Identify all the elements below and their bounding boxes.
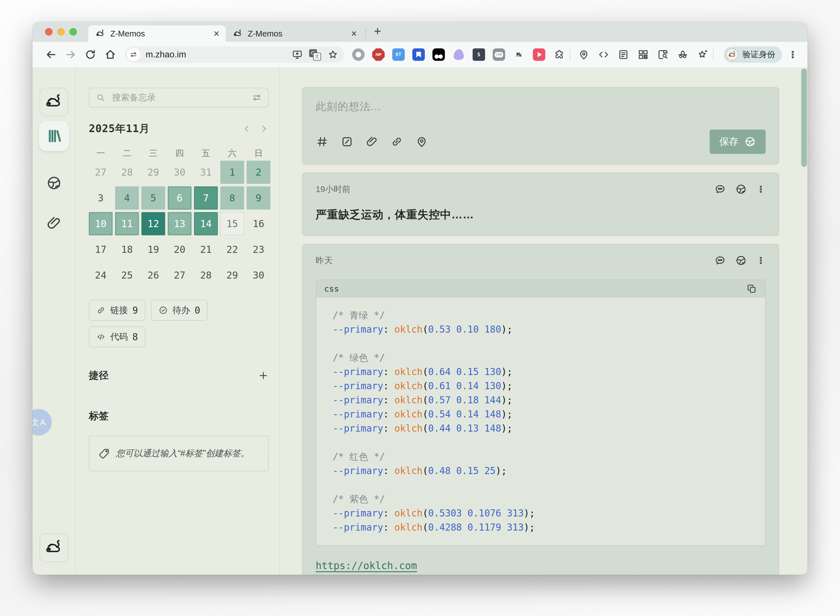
search-page-icon[interactable] — [657, 48, 669, 60]
video-extension-icon[interactable] — [533, 48, 545, 61]
calendar-day[interactable]: 30 — [168, 161, 192, 184]
comment-bubble-icon[interactable] — [714, 255, 726, 267]
install-app-icon[interactable] — [292, 49, 303, 60]
calendar-day[interactable]: 12 — [141, 212, 165, 235]
calendar-day[interactable]: 30 — [246, 264, 270, 287]
reload-icon[interactable] — [84, 48, 97, 61]
calendar-day[interactable]: 27 — [89, 161, 113, 184]
calendar-day[interactable]: 10 — [89, 212, 113, 235]
circle-extension-icon[interactable] — [352, 48, 365, 61]
ghost-extension-icon[interactable] — [453, 48, 465, 61]
calendar-day[interactable]: 23 — [246, 238, 270, 261]
incognito-icon[interactable] — [677, 48, 689, 60]
hash-tag-icon[interactable] — [316, 135, 328, 148]
calendar-day[interactable]: 18 — [115, 238, 139, 261]
calendar-day[interactable]: 28 — [194, 264, 218, 287]
calendar-day[interactable]: 22 — [220, 238, 244, 261]
bottom-mouse-button[interactable] — [40, 534, 69, 562]
profile-chip[interactable]: 验证身份 — [724, 46, 782, 63]
browser-menu-icon[interactable] — [788, 50, 798, 60]
bookmark-sparkle-icon[interactable] — [696, 48, 708, 60]
tab-z-memos-active[interactable]: Z-Memos × — [88, 25, 226, 42]
calendar-day[interactable]: 15 — [220, 212, 244, 235]
visibility-globe-icon[interactable] — [735, 183, 747, 195]
calendar-day[interactable]: 14 — [194, 212, 218, 235]
site-settings-icon[interactable] — [127, 48, 140, 61]
calendar-day[interactable]: 1 — [220, 161, 244, 184]
filter-icon[interactable] — [252, 92, 262, 103]
chevron-left-icon[interactable] — [242, 124, 252, 133]
calendar-day[interactable]: 11 — [115, 212, 139, 235]
library-nav-button[interactable] — [39, 121, 69, 151]
translate-icon[interactable]: G 文 — [309, 48, 321, 60]
code-stat-chip[interactable]: 代码 8 — [89, 326, 145, 347]
memo-link[interactable]: https://oklch.com — [316, 560, 417, 571]
kt-extension-icon[interactable]: KT — [392, 48, 405, 61]
back-icon[interactable] — [45, 48, 57, 61]
save-button[interactable]: 保存 — [710, 129, 765, 154]
zoom-window-button[interactable] — [69, 28, 77, 36]
calendar-day[interactable]: 17 — [89, 238, 113, 261]
calendar-day[interactable]: 9 — [246, 186, 270, 210]
scrollbar-thumb[interactable] — [801, 69, 807, 167]
bookmark-star-icon[interactable] — [327, 49, 339, 60]
reading-list-icon[interactable] — [617, 48, 629, 60]
calendar-day[interactable]: 25 — [115, 264, 139, 287]
calendar-day[interactable]: 4 — [115, 186, 139, 210]
calendar-day[interactable]: 27 — [168, 264, 192, 287]
new-tab-button[interactable]: + — [371, 25, 384, 37]
more-menu-icon[interactable] — [756, 183, 765, 195]
home-icon[interactable] — [104, 48, 117, 61]
forward-icon[interactable] — [65, 48, 77, 61]
calendar-day[interactable]: 7 — [194, 186, 218, 210]
explore-globe-button[interactable] — [46, 175, 62, 191]
more-menu-icon[interactable] — [756, 255, 765, 267]
puzzle-extensions-icon[interactable] — [553, 48, 565, 61]
location-icon[interactable] — [578, 48, 590, 60]
chevron-right-icon[interactable] — [259, 124, 269, 133]
calendar-day[interactable]: 29 — [220, 264, 244, 287]
attachments-nav-button[interactable] — [46, 215, 62, 231]
adblock-plus-icon[interactable]: ABP — [372, 48, 385, 61]
calendar-day[interactable]: 21 — [194, 238, 218, 261]
qr-code-icon[interactable] — [637, 48, 649, 60]
password-lock-extension-icon[interactable] — [412, 48, 425, 61]
markdown-download-extension-icon[interactable]: M↓ — [513, 48, 525, 61]
devtools-code-icon[interactable] — [598, 48, 610, 60]
location-pin-icon[interactable] — [415, 135, 428, 148]
comment-bubble-icon[interactable] — [714, 183, 726, 195]
calendar-day[interactable]: 19 — [141, 238, 165, 261]
search-input[interactable] — [111, 92, 252, 103]
line-extension-icon[interactable]: LINE — [493, 48, 505, 61]
calendar-day[interactable]: 6 — [168, 186, 192, 210]
calendar-day[interactable]: 20 — [168, 238, 192, 261]
copy-icon[interactable] — [746, 283, 757, 294]
calendar-day[interactable]: 8 — [220, 186, 244, 210]
s-extension-icon[interactable]: S — [473, 48, 485, 61]
app-logo-mouse-button[interactable] — [40, 88, 69, 116]
add-shortcut-icon[interactable] — [258, 370, 269, 381]
owl-extension-icon[interactable] — [432, 48, 445, 61]
calendar-day[interactable]: 31 — [194, 161, 218, 184]
calendar-day[interactable]: 29 — [141, 161, 165, 184]
minimize-window-button[interactable] — [57, 28, 65, 36]
address-bar[interactable]: m.zhao.im G 文 — [125, 46, 344, 63]
tab-z-memos-inactive[interactable]: Z-Memos × — [226, 25, 363, 42]
tab-close-icon[interactable]: × — [351, 29, 357, 39]
calendar-day[interactable]: 28 — [115, 161, 139, 184]
calendar-day[interactable]: 3 — [89, 186, 113, 210]
close-window-button[interactable] — [45, 28, 53, 36]
insert-link-icon[interactable] — [390, 135, 403, 148]
attach-icon[interactable] — [365, 135, 378, 148]
calendar-day[interactable]: 13 — [168, 212, 192, 235]
calendar-day[interactable]: 2 — [246, 161, 270, 184]
calendar-day[interactable]: 16 — [246, 212, 270, 235]
calendar-day[interactable]: 26 — [141, 264, 165, 287]
todos-stat-chip[interactable]: 待办 0 — [151, 300, 208, 321]
tab-close-icon[interactable]: × — [214, 29, 220, 39]
visibility-globe-icon[interactable] — [735, 255, 747, 267]
search-box[interactable] — [89, 88, 269, 107]
calendar-day[interactable]: 24 — [89, 264, 113, 287]
todo-icon[interactable] — [340, 135, 353, 148]
memo-input[interactable]: 此刻的想法... — [316, 100, 765, 114]
